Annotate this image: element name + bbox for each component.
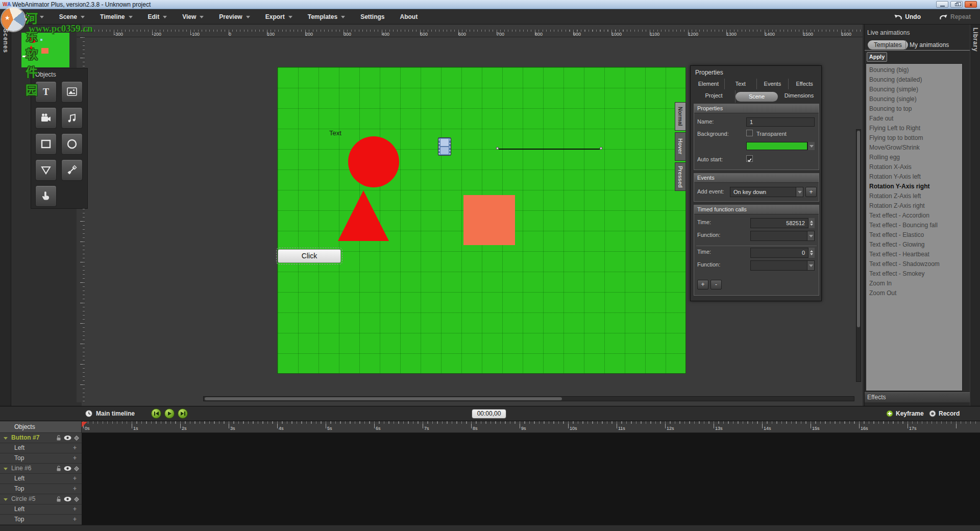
animation-item[interactable]: Text effect - Glowing — [866, 240, 962, 250]
repeat-button[interactable]: Repeat — [939, 13, 971, 20]
minimize-button[interactable] — [936, 1, 948, 8]
line-tool-button[interactable] — [61, 159, 83, 181]
eye-icon[interactable] — [64, 435, 71, 441]
track-row[interactable]: Circle #5 + — [0, 494, 82, 504]
animation-item[interactable]: Bouncing (big) — [866, 65, 962, 75]
lock-icon[interactable] — [56, 496, 62, 502]
properties-tab[interactable]: Events — [757, 79, 789, 89]
menu-item[interactable]: Scene — [59, 9, 85, 25]
add-call-button[interactable]: + — [697, 280, 708, 289]
animation-item[interactable]: Text effect - Accordion — [866, 211, 962, 221]
properties-tab[interactable]: Dimensions — [778, 90, 820, 103]
triangle-tool-button[interactable] — [35, 159, 57, 181]
video-tool-button[interactable] — [35, 107, 57, 129]
properties-tab[interactable]: Text — [725, 79, 757, 89]
keyframe-diamond-icon[interactable] — [74, 435, 80, 441]
track-row[interactable]: Line #6 + — [0, 464, 82, 474]
stage-square-object[interactable] — [463, 195, 515, 245]
menu-item[interactable]: Export — [265, 9, 292, 25]
properties-tab[interactable]: Effects — [789, 79, 820, 89]
audio-tool-button[interactable] — [61, 107, 83, 129]
animation-item[interactable]: Fade out — [866, 114, 962, 124]
animation-item[interactable]: Move/Grow/Shrink — [866, 143, 962, 153]
animation-item[interactable]: Text effect - Shadowzoom — [866, 259, 962, 269]
track-row[interactable]: Top + — [0, 515, 82, 525]
function-dropdown[interactable] — [750, 260, 815, 271]
scrollbar-thumb[interactable] — [857, 131, 860, 327]
animation-item[interactable]: Bouncing (single) — [866, 94, 962, 104]
eye-icon[interactable] — [64, 466, 71, 471]
stage-triangle-object[interactable] — [338, 190, 389, 241]
state-tab[interactable]: Hover — [675, 132, 686, 161]
keyframe-diamond-icon[interactable] — [74, 496, 80, 502]
animation-item[interactable]: Flying top to bottom — [866, 133, 962, 143]
animation-item[interactable]: Bouncing (simple) — [866, 85, 962, 94]
time-display[interactable]: 00:00,00 — [472, 409, 506, 419]
properties-tab[interactable]: Project — [693, 90, 736, 103]
scene-thumbnail[interactable] — [21, 33, 69, 67]
expander-icon[interactable] — [4, 468, 8, 470]
animation-item[interactable]: Rolling egg — [866, 153, 962, 162]
add-keyframe-plus-icon[interactable]: + — [73, 474, 77, 484]
time-spinner[interactable] — [808, 248, 815, 258]
canvas-horizontal-scrollbar[interactable] — [203, 396, 854, 401]
animation-item[interactable]: Bouncing (detailed) — [866, 75, 962, 85]
menu-item[interactable]: Templates — [308, 9, 345, 25]
animation-item[interactable]: Bouncing to top — [866, 104, 962, 114]
animation-item[interactable]: Zoom Out — [866, 288, 962, 298]
line-handle-right[interactable] — [600, 147, 602, 150]
menu-item[interactable]: About — [400, 9, 418, 25]
stage-video-object[interactable] — [438, 137, 451, 156]
close-button[interactable]: x — [965, 1, 977, 8]
animation-item[interactable]: Text effect - Heartbeat — [866, 250, 962, 259]
eye-icon[interactable] — [64, 496, 71, 502]
image-tool-button[interactable] — [61, 81, 83, 103]
ellipse-tool-button[interactable] — [61, 133, 83, 155]
menu-item[interactable]: Edit — [148, 9, 167, 25]
animation-item[interactable]: Text effect - Smokey — [866, 269, 962, 279]
track-row[interactable]: Button #7 + — [0, 433, 82, 443]
track-row[interactable]: Left + — [0, 443, 82, 453]
skip-end-button[interactable] — [178, 408, 188, 419]
lock-icon[interactable] — [56, 435, 62, 441]
menu-item[interactable]: Project — [15, 9, 44, 25]
restore-button[interactable] — [950, 1, 963, 8]
hand-tool-button[interactable] — [35, 185, 57, 207]
track-row[interactable]: Left + — [0, 504, 82, 515]
time-spinner[interactable] — [808, 218, 815, 228]
menu-item[interactable]: Timeline — [100, 9, 132, 25]
timeline-ruler[interactable]: 0s1s2s3s4s5s6s7s8s9s10s11s12s13s14s15s16… — [82, 421, 980, 433]
expander-icon[interactable] — [4, 437, 8, 440]
rectangle-tool-button[interactable] — [35, 133, 57, 155]
add-event-button[interactable]: + — [805, 187, 817, 197]
canvas-vertical-scrollbar[interactable] — [856, 129, 861, 382]
color-dropdown-button[interactable] — [807, 142, 815, 150]
animation-item[interactable]: Flying Left to Right — [866, 124, 962, 133]
remove-call-button[interactable]: - — [710, 280, 722, 289]
function-dropdown[interactable] — [750, 231, 815, 241]
animation-item[interactable]: Text effect - Elastico — [866, 230, 962, 240]
add-keyframe-plus-icon[interactable]: + — [73, 443, 77, 453]
timeline-name[interactable]: Main timeline — [96, 406, 135, 421]
properties-tab[interactable]: Element — [693, 79, 725, 89]
record-button[interactable]: Record — [929, 406, 960, 421]
apply-button[interactable]: Apply — [867, 52, 887, 62]
add-keyframe-plus-icon[interactable]: + — [73, 484, 77, 494]
transparent-checkbox[interactable] — [746, 130, 753, 136]
menu-item[interactable]: Preview — [219, 9, 250, 25]
animation-item[interactable]: Rotation Z-Axis left — [866, 191, 962, 201]
text-tool-button[interactable]: T — [35, 81, 57, 103]
state-tab[interactable]: Pressed — [675, 162, 686, 191]
tab-my-animations[interactable]: My animations — [910, 40, 949, 50]
add-event-dropdown[interactable]: On key down — [730, 187, 803, 197]
keyframe-diamond-icon[interactable] — [74, 466, 80, 472]
auto-start-checkbox[interactable] — [746, 155, 753, 162]
playhead-marker[interactable] — [82, 422, 87, 427]
track-row[interactable]: Top + — [0, 453, 82, 464]
keyframe-button[interactable]: Keyframe — [886, 406, 924, 421]
animation-item[interactable]: Rotation Z-Axis right — [866, 201, 962, 211]
skip-start-button[interactable] — [151, 408, 161, 419]
state-tab[interactable]: Normal — [675, 102, 686, 131]
stage-button-object[interactable]: Click — [278, 249, 341, 263]
add-keyframe-plus-icon[interactable]: + — [73, 515, 77, 524]
